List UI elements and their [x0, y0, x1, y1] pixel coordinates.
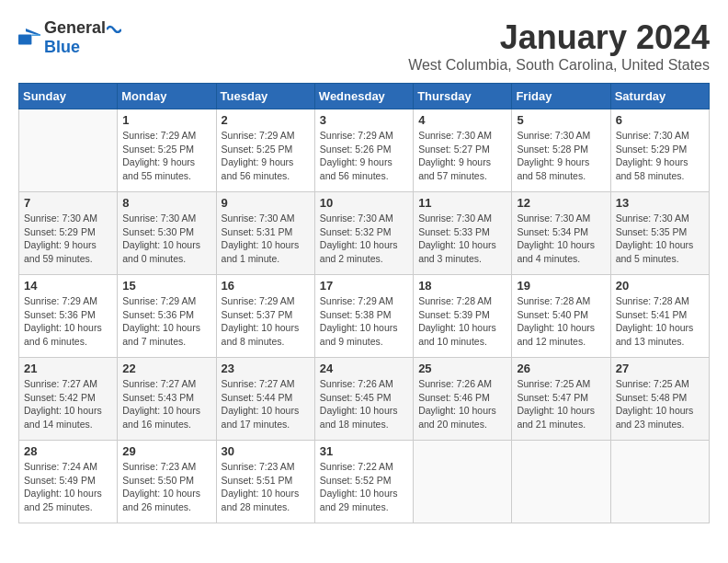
calendar-cell: 10Sunrise: 7:30 AMSunset: 5:32 PMDayligh…	[314, 192, 413, 275]
calendar-cell: 5Sunrise: 7:30 AMSunset: 5:28 PMDaylight…	[512, 109, 610, 192]
day-number: 16	[222, 279, 310, 293]
calendar-cell: 21Sunrise: 7:27 AMSunset: 5:42 PMDayligh…	[19, 358, 118, 441]
day-info: Sunrise: 7:30 AMSunset: 5:28 PMDaylight:…	[517, 129, 605, 183]
day-info: Sunrise: 7:29 AMSunset: 5:36 PMDaylight:…	[122, 294, 210, 349]
calendar-cell	[610, 441, 709, 523]
calendar-cell: 3Sunrise: 7:29 AMSunset: 5:26 PMDaylight…	[314, 109, 413, 192]
calendar-header-row: SundayMondayTuesdayWednesdayThursdayFrid…	[19, 84, 710, 109]
day-info: Sunrise: 7:25 AMSunset: 5:47 PMDaylight:…	[517, 377, 605, 431]
header: General Blue January 2024 West Columbia,…	[18, 18, 710, 74]
day-info: Sunrise: 7:29 AMSunset: 5:37 PMDaylight:…	[222, 294, 310, 349]
logo-text-blue: Blue	[44, 38, 80, 56]
calendar-cell: 27Sunrise: 7:25 AMSunset: 5:48 PMDayligh…	[610, 358, 709, 441]
day-number: 14	[24, 279, 112, 293]
calendar-cell: 31Sunrise: 7:22 AMSunset: 5:52 PMDayligh…	[314, 441, 413, 523]
day-info: Sunrise: 7:29 AMSunset: 5:36 PMDaylight:…	[24, 294, 112, 349]
day-number: 19	[517, 279, 605, 293]
day-number: 7	[24, 196, 112, 210]
calendar-cell	[512, 441, 610, 523]
day-info: Sunrise: 7:30 AMSunset: 5:34 PMDaylight:…	[517, 212, 605, 266]
day-info: Sunrise: 7:29 AMSunset: 5:26 PMDaylight:…	[320, 129, 408, 183]
calendar-cell: 22Sunrise: 7:27 AMSunset: 5:43 PMDayligh…	[118, 358, 216, 441]
day-number: 20	[616, 279, 704, 293]
calendar-cell: 19Sunrise: 7:28 AMSunset: 5:40 PMDayligh…	[512, 275, 610, 358]
calendar-cell: 4Sunrise: 7:30 AMSunset: 5:27 PMDaylight…	[414, 109, 512, 192]
calendar-week-row: 7Sunrise: 7:30 AMSunset: 5:29 PMDaylight…	[19, 192, 710, 275]
day-number: 9	[222, 196, 310, 210]
svg-rect-0	[18, 34, 31, 44]
day-number: 6	[616, 113, 704, 127]
day-info: Sunrise: 7:23 AMSunset: 5:51 PMDaylight:…	[222, 460, 310, 514]
day-number: 27	[616, 362, 704, 375]
day-number: 30	[222, 444, 310, 458]
calendar-cell: 1Sunrise: 7:29 AMSunset: 5:25 PMDaylight…	[118, 109, 216, 192]
day-info: Sunrise: 7:26 AMSunset: 5:45 PMDaylight:…	[320, 377, 408, 431]
day-info: Sunrise: 7:24 AMSunset: 5:49 PMDaylight:…	[24, 460, 112, 514]
calendar-cell: 18Sunrise: 7:28 AMSunset: 5:39 PMDayligh…	[414, 275, 512, 358]
day-info: Sunrise: 7:30 AMSunset: 5:35 PMDaylight:…	[616, 212, 704, 266]
day-number: 31	[320, 444, 408, 458]
day-info: Sunrise: 7:27 AMSunset: 5:42 PMDaylight:…	[24, 377, 112, 431]
logo-text-general: General	[44, 18, 106, 38]
location-subtitle: West Columbia, South Carolina, United St…	[408, 57, 710, 74]
calendar-cell: 13Sunrise: 7:30 AMSunset: 5:35 PMDayligh…	[610, 192, 709, 275]
day-info: Sunrise: 7:29 AMSunset: 5:25 PMDaylight:…	[222, 129, 310, 183]
day-info: Sunrise: 7:29 AMSunset: 5:38 PMDaylight:…	[320, 294, 408, 349]
day-number: 10	[320, 196, 408, 210]
day-number: 3	[320, 113, 408, 127]
day-number: 25	[418, 362, 506, 375]
day-info: Sunrise: 7:30 AMSunset: 5:29 PMDaylight:…	[616, 129, 704, 183]
day-number: 29	[122, 444, 210, 458]
calendar-week-row: 14Sunrise: 7:29 AMSunset: 5:36 PMDayligh…	[19, 275, 710, 358]
day-number: 23	[222, 362, 310, 375]
col-header-wednesday: Wednesday	[314, 84, 413, 109]
day-info: Sunrise: 7:30 AMSunset: 5:31 PMDaylight:…	[222, 212, 310, 266]
calendar-table: SundayMondayTuesdayWednesdayThursdayFrid…	[18, 83, 710, 523]
day-info: Sunrise: 7:27 AMSunset: 5:43 PMDaylight:…	[122, 377, 210, 431]
calendar-cell: 25Sunrise: 7:26 AMSunset: 5:46 PMDayligh…	[414, 358, 512, 441]
col-header-saturday: Saturday	[610, 84, 709, 109]
col-header-sunday: Sunday	[19, 84, 118, 109]
day-number: 17	[320, 279, 408, 293]
calendar-cell: 30Sunrise: 7:23 AMSunset: 5:51 PMDayligh…	[216, 441, 314, 523]
day-number: 21	[24, 362, 112, 375]
calendar-cell: 11Sunrise: 7:30 AMSunset: 5:33 PMDayligh…	[414, 192, 512, 275]
col-header-thursday: Thursday	[414, 84, 512, 109]
day-number: 4	[418, 113, 506, 127]
calendar-cell: 24Sunrise: 7:26 AMSunset: 5:45 PMDayligh…	[314, 358, 413, 441]
day-number: 18	[418, 279, 506, 293]
calendar-cell: 12Sunrise: 7:30 AMSunset: 5:34 PMDayligh…	[512, 192, 610, 275]
calendar-cell: 17Sunrise: 7:29 AMSunset: 5:38 PMDayligh…	[314, 275, 413, 358]
calendar-cell: 16Sunrise: 7:29 AMSunset: 5:37 PMDayligh…	[216, 275, 314, 358]
day-info: Sunrise: 7:27 AMSunset: 5:44 PMDaylight:…	[222, 377, 310, 431]
calendar-body: 1Sunrise: 7:29 AMSunset: 5:25 PMDaylight…	[19, 109, 710, 523]
calendar-week-row: 1Sunrise: 7:29 AMSunset: 5:25 PMDaylight…	[19, 109, 710, 192]
day-info: Sunrise: 7:25 AMSunset: 5:48 PMDaylight:…	[616, 377, 704, 431]
col-header-tuesday: Tuesday	[216, 84, 314, 109]
day-number: 8	[122, 196, 210, 210]
day-info: Sunrise: 7:30 AMSunset: 5:30 PMDaylight:…	[122, 212, 210, 266]
svg-marker-2	[31, 34, 40, 36]
day-info: Sunrise: 7:28 AMSunset: 5:40 PMDaylight:…	[517, 294, 605, 349]
day-info: Sunrise: 7:30 AMSunset: 5:32 PMDaylight:…	[320, 212, 408, 266]
calendar-cell	[414, 441, 512, 523]
col-header-monday: Monday	[118, 84, 216, 109]
day-number: 22	[122, 362, 210, 375]
calendar-week-row: 21Sunrise: 7:27 AMSunset: 5:42 PMDayligh…	[19, 358, 710, 441]
calendar-cell: 29Sunrise: 7:23 AMSunset: 5:50 PMDayligh…	[118, 441, 216, 523]
calendar-cell: 23Sunrise: 7:27 AMSunset: 5:44 PMDayligh…	[216, 358, 314, 441]
day-number: 5	[517, 113, 605, 127]
title-area: January 2024 West Columbia, South Caroli…	[408, 18, 710, 74]
day-number: 12	[517, 196, 605, 210]
calendar-cell: 8Sunrise: 7:30 AMSunset: 5:30 PMDaylight…	[118, 192, 216, 275]
day-number: 1	[122, 113, 210, 127]
calendar-cell: 14Sunrise: 7:29 AMSunset: 5:36 PMDayligh…	[19, 275, 118, 358]
day-number: 2	[222, 113, 310, 127]
calendar-cell: 2Sunrise: 7:29 AMSunset: 5:25 PMDaylight…	[216, 109, 314, 192]
day-number: 24	[320, 362, 408, 375]
day-info: Sunrise: 7:28 AMSunset: 5:39 PMDaylight:…	[418, 294, 506, 349]
col-header-friday: Friday	[512, 84, 610, 109]
calendar-cell: 26Sunrise: 7:25 AMSunset: 5:47 PMDayligh…	[512, 358, 610, 441]
logo-wave-icon	[107, 22, 121, 33]
day-number: 15	[122, 279, 210, 293]
